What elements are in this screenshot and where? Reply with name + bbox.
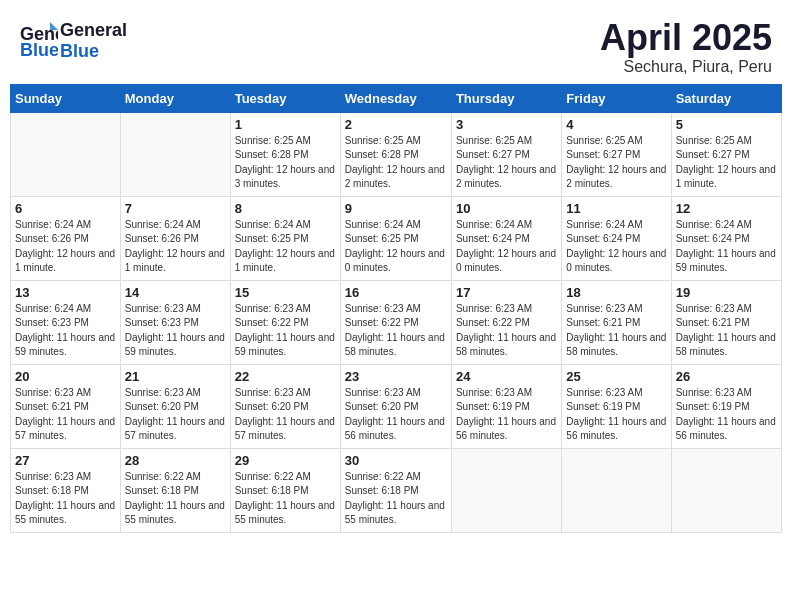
weekday-header-thursday: Thursday xyxy=(451,84,561,112)
day-info: Sunrise: 6:25 AM Sunset: 6:28 PM Dayligh… xyxy=(235,134,336,192)
day-number: 4 xyxy=(566,117,666,132)
day-number: 14 xyxy=(125,285,226,300)
calendar-day: 6Sunrise: 6:24 AM Sunset: 6:26 PM Daylig… xyxy=(11,196,121,280)
day-info: Sunrise: 6:24 AM Sunset: 6:24 PM Dayligh… xyxy=(456,218,557,276)
calendar-day: 29Sunrise: 6:22 AM Sunset: 6:18 PM Dayli… xyxy=(230,448,340,532)
calendar-day: 25Sunrise: 6:23 AM Sunset: 6:19 PM Dayli… xyxy=(562,364,671,448)
weekday-header-monday: Monday xyxy=(120,84,230,112)
logo-general-text: General xyxy=(60,20,127,41)
calendar-day: 4Sunrise: 6:25 AM Sunset: 6:27 PM Daylig… xyxy=(562,112,671,196)
day-info: Sunrise: 6:24 AM Sunset: 6:25 PM Dayligh… xyxy=(235,218,336,276)
calendar-day: 2Sunrise: 6:25 AM Sunset: 6:28 PM Daylig… xyxy=(340,112,451,196)
weekday-header-friday: Friday xyxy=(562,84,671,112)
calendar-day xyxy=(451,448,561,532)
day-info: Sunrise: 6:25 AM Sunset: 6:27 PM Dayligh… xyxy=(456,134,557,192)
day-info: Sunrise: 6:23 AM Sunset: 6:20 PM Dayligh… xyxy=(345,386,447,444)
day-info: Sunrise: 6:25 AM Sunset: 6:28 PM Dayligh… xyxy=(345,134,447,192)
day-info: Sunrise: 6:25 AM Sunset: 6:27 PM Dayligh… xyxy=(676,134,777,192)
calendar-week-1: 1Sunrise: 6:25 AM Sunset: 6:28 PM Daylig… xyxy=(11,112,782,196)
logo-icon: General Blue xyxy=(20,18,58,60)
day-number: 2 xyxy=(345,117,447,132)
day-number: 19 xyxy=(676,285,777,300)
day-number: 18 xyxy=(566,285,666,300)
calendar-location: Sechura, Piura, Peru xyxy=(600,58,772,76)
day-number: 3 xyxy=(456,117,557,132)
calendar-title: April 2025 xyxy=(600,18,772,58)
calendar-day: 7Sunrise: 6:24 AM Sunset: 6:26 PM Daylig… xyxy=(120,196,230,280)
day-info: Sunrise: 6:24 AM Sunset: 6:26 PM Dayligh… xyxy=(15,218,116,276)
day-info: Sunrise: 6:23 AM Sunset: 6:19 PM Dayligh… xyxy=(566,386,666,444)
calendar-day: 13Sunrise: 6:24 AM Sunset: 6:23 PM Dayli… xyxy=(11,280,121,364)
day-number: 6 xyxy=(15,201,116,216)
calendar-day: 21Sunrise: 6:23 AM Sunset: 6:20 PM Dayli… xyxy=(120,364,230,448)
calendar-day: 22Sunrise: 6:23 AM Sunset: 6:20 PM Dayli… xyxy=(230,364,340,448)
day-info: Sunrise: 6:23 AM Sunset: 6:22 PM Dayligh… xyxy=(456,302,557,360)
day-info: Sunrise: 6:24 AM Sunset: 6:25 PM Dayligh… xyxy=(345,218,447,276)
weekday-header-saturday: Saturday xyxy=(671,84,781,112)
day-info: Sunrise: 6:23 AM Sunset: 6:21 PM Dayligh… xyxy=(15,386,116,444)
calendar-day: 18Sunrise: 6:23 AM Sunset: 6:21 PM Dayli… xyxy=(562,280,671,364)
day-info: Sunrise: 6:24 AM Sunset: 6:26 PM Dayligh… xyxy=(125,218,226,276)
calendar-week-2: 6Sunrise: 6:24 AM Sunset: 6:26 PM Daylig… xyxy=(11,196,782,280)
calendar-day: 26Sunrise: 6:23 AM Sunset: 6:19 PM Dayli… xyxy=(671,364,781,448)
calendar-day: 20Sunrise: 6:23 AM Sunset: 6:21 PM Dayli… xyxy=(11,364,121,448)
day-number: 8 xyxy=(235,201,336,216)
day-number: 13 xyxy=(15,285,116,300)
day-info: Sunrise: 6:23 AM Sunset: 6:20 PM Dayligh… xyxy=(125,386,226,444)
calendar-day: 5Sunrise: 6:25 AM Sunset: 6:27 PM Daylig… xyxy=(671,112,781,196)
day-number: 30 xyxy=(345,453,447,468)
calendar-day xyxy=(671,448,781,532)
day-number: 28 xyxy=(125,453,226,468)
day-info: Sunrise: 6:22 AM Sunset: 6:18 PM Dayligh… xyxy=(235,470,336,528)
day-number: 11 xyxy=(566,201,666,216)
calendar-day: 11Sunrise: 6:24 AM Sunset: 6:24 PM Dayli… xyxy=(562,196,671,280)
day-info: Sunrise: 6:23 AM Sunset: 6:22 PM Dayligh… xyxy=(235,302,336,360)
page-header: General Blue General Blue April 2025 Sec… xyxy=(10,10,782,84)
day-number: 21 xyxy=(125,369,226,384)
calendar-table: SundayMondayTuesdayWednesdayThursdayFrid… xyxy=(10,84,782,533)
day-number: 10 xyxy=(456,201,557,216)
weekday-header-tuesday: Tuesday xyxy=(230,84,340,112)
day-number: 7 xyxy=(125,201,226,216)
day-number: 24 xyxy=(456,369,557,384)
day-number: 26 xyxy=(676,369,777,384)
calendar-day: 23Sunrise: 6:23 AM Sunset: 6:20 PM Dayli… xyxy=(340,364,451,448)
day-info: Sunrise: 6:24 AM Sunset: 6:24 PM Dayligh… xyxy=(566,218,666,276)
weekday-header-wednesday: Wednesday xyxy=(340,84,451,112)
calendar-week-3: 13Sunrise: 6:24 AM Sunset: 6:23 PM Dayli… xyxy=(11,280,782,364)
calendar-week-5: 27Sunrise: 6:23 AM Sunset: 6:18 PM Dayli… xyxy=(11,448,782,532)
day-info: Sunrise: 6:23 AM Sunset: 6:21 PM Dayligh… xyxy=(566,302,666,360)
day-info: Sunrise: 6:25 AM Sunset: 6:27 PM Dayligh… xyxy=(566,134,666,192)
day-info: Sunrise: 6:22 AM Sunset: 6:18 PM Dayligh… xyxy=(345,470,447,528)
calendar-week-4: 20Sunrise: 6:23 AM Sunset: 6:21 PM Dayli… xyxy=(11,364,782,448)
day-number: 29 xyxy=(235,453,336,468)
calendar-day xyxy=(562,448,671,532)
day-number: 9 xyxy=(345,201,447,216)
calendar-day: 19Sunrise: 6:23 AM Sunset: 6:21 PM Dayli… xyxy=(671,280,781,364)
calendar-day: 24Sunrise: 6:23 AM Sunset: 6:19 PM Dayli… xyxy=(451,364,561,448)
calendar-day: 28Sunrise: 6:22 AM Sunset: 6:18 PM Dayli… xyxy=(120,448,230,532)
calendar-day: 15Sunrise: 6:23 AM Sunset: 6:22 PM Dayli… xyxy=(230,280,340,364)
day-info: Sunrise: 6:23 AM Sunset: 6:23 PM Dayligh… xyxy=(125,302,226,360)
calendar-day: 30Sunrise: 6:22 AM Sunset: 6:18 PM Dayli… xyxy=(340,448,451,532)
weekday-header-row: SundayMondayTuesdayWednesdayThursdayFrid… xyxy=(11,84,782,112)
calendar-day xyxy=(120,112,230,196)
day-number: 17 xyxy=(456,285,557,300)
calendar-day: 3Sunrise: 6:25 AM Sunset: 6:27 PM Daylig… xyxy=(451,112,561,196)
calendar-day xyxy=(11,112,121,196)
day-info: Sunrise: 6:23 AM Sunset: 6:18 PM Dayligh… xyxy=(15,470,116,528)
calendar-day: 8Sunrise: 6:24 AM Sunset: 6:25 PM Daylig… xyxy=(230,196,340,280)
calendar-day: 10Sunrise: 6:24 AM Sunset: 6:24 PM Dayli… xyxy=(451,196,561,280)
day-number: 1 xyxy=(235,117,336,132)
day-number: 22 xyxy=(235,369,336,384)
calendar-day: 27Sunrise: 6:23 AM Sunset: 6:18 PM Dayli… xyxy=(11,448,121,532)
day-number: 15 xyxy=(235,285,336,300)
day-info: Sunrise: 6:23 AM Sunset: 6:19 PM Dayligh… xyxy=(676,386,777,444)
logo: General Blue General Blue xyxy=(20,18,127,64)
calendar-day: 14Sunrise: 6:23 AM Sunset: 6:23 PM Dayli… xyxy=(120,280,230,364)
day-number: 16 xyxy=(345,285,447,300)
calendar-day: 17Sunrise: 6:23 AM Sunset: 6:22 PM Dayli… xyxy=(451,280,561,364)
day-number: 20 xyxy=(15,369,116,384)
title-block: April 2025 Sechura, Piura, Peru xyxy=(600,18,772,76)
calendar-day: 16Sunrise: 6:23 AM Sunset: 6:22 PM Dayli… xyxy=(340,280,451,364)
